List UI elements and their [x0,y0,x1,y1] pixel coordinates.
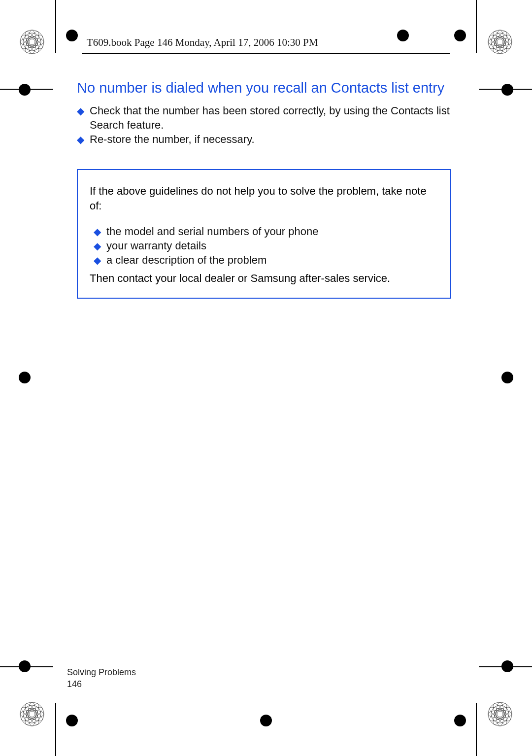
diamond-bullet-icon: ◆ [94,225,101,238]
svg-point-15 [491,33,509,51]
svg-point-33 [20,705,44,723]
list-item: ◆ Re-store the number, if necessary. [77,132,451,146]
svg-point-32 [23,702,41,726]
troubleshoot-list: ◆ Check that the number has been stored … [77,103,451,146]
svg-point-34 [488,702,512,726]
registration-mark-icon [17,658,33,674]
list-item-text: a clear description of the problem [106,254,266,266]
crop-line [55,703,56,756]
svg-point-16 [494,36,506,48]
svg-point-6 [26,36,38,48]
svg-point-43 [488,705,512,723]
registration-mark-icon [452,28,468,43]
registration-mark-icon [499,658,515,674]
svg-point-41 [496,702,504,726]
page-footer: Solving Problems 146 [67,667,136,690]
svg-point-4 [20,30,44,54]
crop-line [55,0,56,53]
diamond-bullet-icon: ◆ [94,240,101,252]
svg-point-23 [488,33,512,51]
svg-point-42 [491,702,509,726]
svg-point-8 [20,38,44,46]
spirograph-icon [487,29,513,55]
note-outro: Then contact your local dealer or Samsun… [90,271,438,286]
registration-mark-icon [64,713,80,728]
spirograph-icon [19,29,45,55]
diamond-bullet-icon: ◆ [77,133,84,146]
spirograph-icon [487,701,513,727]
svg-point-40 [491,702,509,726]
list-item: ◆ Check that the number has been stored … [77,103,451,132]
list-item-text: Re-store the number, if necessary. [90,133,255,145]
page-stamp: T609.book Page 146 Monday, April 17, 200… [87,36,318,49]
svg-point-35 [491,705,509,723]
registration-mark-icon [452,713,468,728]
svg-point-31 [28,702,36,726]
registration-mark-icon [499,82,515,98]
svg-point-11 [28,30,36,54]
crop-line [476,703,477,756]
header-rule [82,53,450,54]
registration-mark-icon [17,82,33,98]
crop-line [476,0,477,53]
footer-page-number: 146 [67,679,136,690]
registration-mark-icon [395,28,411,43]
list-item-text: your warranty details [106,240,206,252]
svg-point-13 [20,33,44,51]
svg-point-14 [488,30,512,54]
list-item: ◆ the model and serial numbers of your p… [94,224,438,239]
svg-point-26 [26,708,38,720]
note-intro: If the above guidelines do not help you … [90,184,438,213]
svg-point-24 [20,702,44,726]
svg-point-9 [20,33,44,51]
svg-point-21 [496,30,504,54]
registration-mark-icon [17,370,33,385]
list-item: ◆ your warranty details [94,239,438,253]
list-item-text: the model and serial numbers of your pho… [106,225,318,238]
diamond-bullet-icon: ◆ [94,254,101,267]
svg-point-29 [20,705,44,723]
registration-mark-icon [499,370,515,385]
svg-point-5 [23,33,41,51]
svg-point-20 [491,30,509,54]
footer-chapter: Solving Problems [67,667,136,678]
svg-point-19 [488,33,512,51]
note-box: If the above guidelines do not help you … [77,169,451,298]
diamond-bullet-icon: ◆ [77,104,84,117]
registration-mark-icon [64,28,80,43]
svg-point-30 [23,702,41,726]
svg-point-18 [488,38,512,46]
svg-point-39 [488,705,512,723]
registration-mark-icon [258,713,274,728]
list-item-text: Check that the number has been stored co… [90,104,450,131]
svg-point-12 [23,30,41,54]
svg-point-37 [497,711,503,717]
svg-point-25 [23,705,41,723]
section-title: No number is dialed when you recall an C… [77,79,451,97]
svg-point-27 [29,711,35,717]
spirograph-icon [19,701,45,727]
svg-point-17 [497,39,503,45]
svg-point-7 [29,39,35,45]
svg-point-10 [23,30,41,54]
note-list: ◆ the model and serial numbers of your p… [90,224,438,267]
svg-point-36 [494,708,506,720]
content-block: No number is dialed when you recall an C… [77,79,451,299]
svg-point-22 [491,30,509,54]
svg-point-28 [20,710,44,718]
svg-point-38 [488,710,512,718]
list-item: ◆ a clear description of the problem [94,253,438,267]
